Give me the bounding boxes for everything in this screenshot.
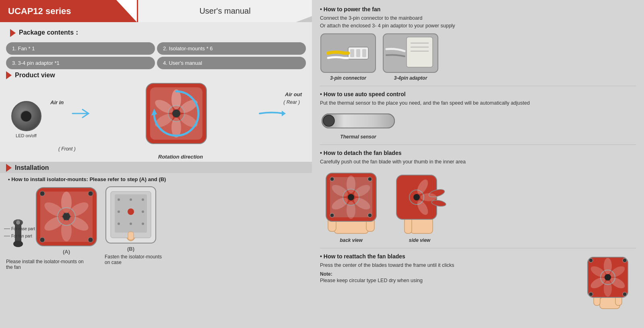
fan-back-caption: back view <box>340 237 363 243</box>
fan-reattach-image <box>580 253 636 309</box>
led-area: LED on/off <box>6 101 46 138</box>
svg-rect-43 <box>128 232 134 240</box>
connector-image <box>320 33 376 73</box>
svg-point-63 <box>348 194 354 200</box>
installation-title: Installation <box>15 164 49 171</box>
adaptor-image <box>382 33 439 73</box>
detach-desc: Carefully push out the fan blade with yo… <box>320 158 636 166</box>
speed-control-desc: Put the thermal sensor to the place you … <box>320 99 636 107</box>
svg-point-39 <box>142 210 144 213</box>
front-label: ( Front ) <box>58 146 76 152</box>
connector-caption: 3-pin connector <box>330 75 366 81</box>
svg-point-34 <box>118 198 120 201</box>
rear-label: ( Rear ) <box>283 99 300 105</box>
package-contents: 1. Fan * 1 2. Isolator-mounts * 6 3. 3-4… <box>0 42 312 69</box>
power-fan-desc2: Or attach the enclosed 3- 4 pin adaptor … <box>320 22 636 30</box>
svg-rect-48 <box>362 49 366 57</box>
package-item-1: 1. Fan * 1 <box>6 42 155 55</box>
manual-title: User's manual <box>137 0 312 22</box>
fan-diagram <box>144 81 208 146</box>
installation-section: How to install isolator-mounts: Please r… <box>0 173 312 328</box>
package-item-3: 3. 3-4 pin adaptor *1 <box>6 57 155 69</box>
step-a-images: For case part For fan part <box>6 186 99 255</box>
svg-point-15 <box>16 221 20 225</box>
adaptor-img-box: 3-4pin adaptor <box>382 33 439 81</box>
product-view-title: Product view <box>15 72 55 79</box>
svg-point-37 <box>118 210 120 213</box>
rotation-label: Rotation direction <box>158 154 203 160</box>
led-inner <box>20 110 32 122</box>
package-contents-title: Package contents： <box>19 29 80 37</box>
svg-point-14 <box>13 241 23 247</box>
svg-point-80 <box>413 194 420 200</box>
svg-point-96 <box>589 258 593 262</box>
speed-control-section: How to use auto speed control Put the th… <box>320 91 636 145</box>
package-contents-section-header: Package contents： <box>4 25 308 40</box>
reattach-title: How to reattach the fan blades <box>320 253 572 260</box>
detach-section: How to detach the fan blades Carefully p… <box>320 150 636 248</box>
thermal-sensor-img-box: Thermal sensor <box>320 110 396 140</box>
product-name: UCAP12 series <box>0 0 137 22</box>
install-step-b: (B) Fasten the isolator-mounts on case <box>105 186 165 265</box>
section-arrow-icon-2 <box>6 71 12 79</box>
svg-point-38 <box>128 208 134 215</box>
svg-point-67 <box>347 201 355 219</box>
step-a-label: (A) <box>63 249 70 255</box>
adaptor-caption: 3-4pin adaptor <box>394 75 427 81</box>
air-arrow-right <box>258 107 286 120</box>
fan-back-img-box: back view <box>320 169 382 243</box>
svg-marker-11 <box>282 111 286 116</box>
svg-point-98 <box>589 292 593 296</box>
power-fan-section: How to power the fan Connect the 3-pin c… <box>320 6 636 86</box>
thermal-sensor-image <box>320 110 396 132</box>
svg-rect-47 <box>356 49 360 57</box>
reattach-section: How to reattach the fan blades Press the… <box>320 253 636 314</box>
for-case-part-label: For case part <box>11 227 35 231</box>
svg-point-27 <box>40 191 45 196</box>
svg-point-29 <box>40 237 45 242</box>
svg-point-64 <box>347 175 355 193</box>
svg-point-56 <box>323 115 334 126</box>
page-wrapper: UCAP12 series User's manual Package cont… <box>0 0 644 328</box>
reattach-text-area: How to reattach the fan blades Press the… <box>320 253 572 285</box>
package-item-4: 4. User's manual <box>157 57 306 69</box>
svg-point-30 <box>88 237 93 242</box>
package-item-2: 2. Isolator-mounts * 6 <box>157 42 306 55</box>
svg-point-35 <box>130 198 132 201</box>
speed-control-images: Thermal sensor <box>320 110 636 140</box>
svg-point-40 <box>118 223 120 225</box>
fan-step-a-icon <box>34 186 99 248</box>
fan-back-image <box>320 169 382 235</box>
svg-point-41 <box>130 223 132 225</box>
left-panel: UCAP12 series User's manual Package cont… <box>0 0 312 328</box>
install-how-to: How to install isolator-mounts: Please r… <box>6 176 306 182</box>
airflow-area: Air in ( Front ) Air out ( Rear ) <box>46 79 306 160</box>
note-desc: Please keep circular type LED dry when u… <box>320 277 572 285</box>
install-steps: For case part For fan part <box>6 186 306 270</box>
install-step-a: For case part For fan part <box>6 186 99 270</box>
reattach-desc: Press the center of the blades toward th… <box>320 262 572 269</box>
step-b-desc: Fasten the isolator-mounts on case <box>105 254 165 265</box>
section-arrow-icon-3 <box>6 164 12 172</box>
note-label: Note: <box>320 271 572 277</box>
svg-rect-16 <box>17 219 20 221</box>
svg-rect-57 <box>334 221 368 233</box>
step-b-label: (B) <box>127 246 134 252</box>
speed-control-title: How to use auto speed control <box>320 91 636 97</box>
power-fan-images: 3-pin connector 3-4p <box>320 33 636 81</box>
step-a-desc: Please install the isolator-mounts on th… <box>6 259 87 270</box>
svg-point-28 <box>88 191 93 196</box>
svg-point-24 <box>61 220 72 241</box>
led-label: LED on/off <box>16 133 37 138</box>
svg-rect-46 <box>350 49 354 57</box>
air-out-label: Air out <box>285 91 302 97</box>
led-circle <box>11 101 41 131</box>
header: UCAP12 series User's manual <box>0 0 312 22</box>
connector-img-box: 3-pin connector <box>320 33 376 81</box>
detach-images: back view <box>320 169 636 243</box>
right-panel: How to power the fan Connect the 3-pin c… <box>312 0 644 328</box>
svg-point-97 <box>623 258 627 262</box>
product-view-section: LED on/off Air in ( Front ) Air out ( Re… <box>0 79 312 160</box>
svg-point-89 <box>605 274 611 281</box>
thermal-sensor-caption: Thermal sensor <box>340 134 376 140</box>
